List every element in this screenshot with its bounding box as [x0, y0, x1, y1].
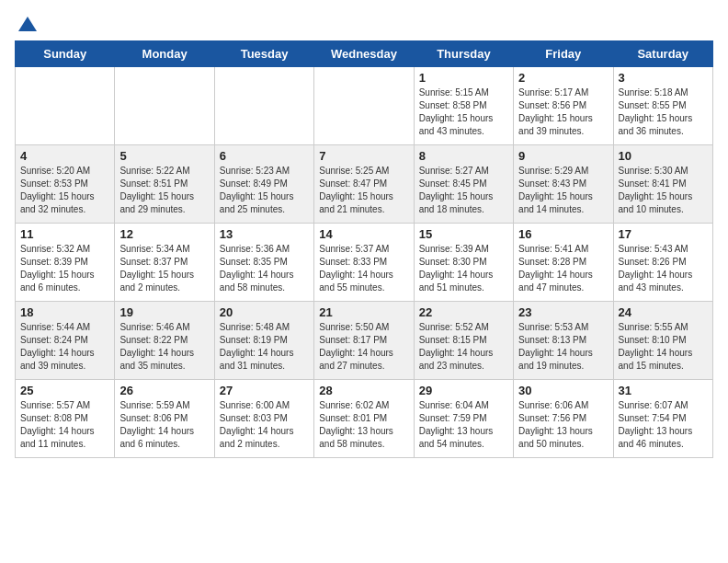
day-info: Sunrise: 5:41 AM Sunset: 8:28 PM Dayligh… [518, 243, 608, 294]
calendar-header-thursday: Thursday [414, 41, 513, 67]
day-info: Sunrise: 5:23 AM Sunset: 8:49 PM Dayligh… [220, 165, 309, 216]
day-info: Sunrise: 5:34 AM Sunset: 8:37 PM Dayligh… [119, 243, 209, 294]
calendar-cell: 9Sunrise: 5:29 AM Sunset: 8:43 PM Daylig… [514, 145, 613, 224]
calendar-cell: 4Sunrise: 5:20 AM Sunset: 8:53 PM Daylig… [16, 145, 115, 224]
day-number: 31 [619, 384, 708, 397]
day-info: Sunrise: 6:04 AM Sunset: 7:59 PM Dayligh… [419, 399, 508, 451]
calendar-cell [115, 67, 214, 145]
day-info: Sunrise: 6:00 AM Sunset: 8:03 PM Dayligh… [220, 399, 309, 451]
logo-icon [17, 15, 39, 37]
calendar-header-wednesday: Wednesday [314, 41, 414, 67]
day-info: Sunrise: 6:06 AM Sunset: 7:56 PM Dayligh… [518, 399, 608, 451]
day-number: 14 [319, 227, 408, 241]
day-number: 21 [319, 305, 408, 319]
calendar-cell: 17Sunrise: 5:43 AM Sunset: 8:26 PM Dayli… [613, 224, 712, 302]
day-info: Sunrise: 6:02 AM Sunset: 8:01 PM Dayligh… [319, 399, 408, 451]
day-info: Sunrise: 5:53 AM Sunset: 8:13 PM Dayligh… [518, 321, 608, 373]
day-number: 18 [20, 305, 109, 319]
day-info: Sunrise: 5:20 AM Sunset: 8:53 PM Dayligh… [20, 165, 109, 216]
calendar-cell: 24Sunrise: 5:55 AM Sunset: 8:10 PM Dayli… [613, 302, 712, 380]
calendar-cell: 14Sunrise: 5:37 AM Sunset: 8:33 PM Dayli… [314, 224, 414, 302]
day-info: Sunrise: 5:43 AM Sunset: 8:26 PM Dayligh… [619, 243, 708, 294]
calendar-header-friday: Friday [514, 41, 613, 67]
day-info: Sunrise: 5:18 AM Sunset: 8:55 PM Dayligh… [619, 86, 708, 138]
calendar-week-row: 11Sunrise: 5:32 AM Sunset: 8:39 PM Dayli… [16, 224, 713, 302]
calendar-week-row: 1Sunrise: 5:15 AM Sunset: 8:58 PM Daylig… [16, 67, 713, 145]
day-number: 9 [518, 149, 608, 163]
calendar-cell: 10Sunrise: 5:30 AM Sunset: 8:41 PM Dayli… [613, 145, 712, 224]
calendar-cell: 30Sunrise: 6:06 AM Sunset: 7:56 PM Dayli… [514, 380, 613, 458]
day-number: 16 [518, 227, 608, 241]
calendar-cell: 27Sunrise: 6:00 AM Sunset: 8:03 PM Dayli… [214, 380, 313, 458]
day-info: Sunrise: 5:32 AM Sunset: 8:39 PM Dayligh… [20, 243, 109, 294]
day-info: Sunrise: 5:22 AM Sunset: 8:51 PM Dayligh… [119, 165, 209, 216]
day-number: 28 [319, 384, 408, 397]
day-number: 27 [220, 384, 309, 397]
calendar-cell: 12Sunrise: 5:34 AM Sunset: 8:37 PM Dayli… [115, 224, 214, 302]
day-info: Sunrise: 5:57 AM Sunset: 8:08 PM Dayligh… [20, 399, 109, 451]
calendar-week-row: 4Sunrise: 5:20 AM Sunset: 8:53 PM Daylig… [16, 145, 713, 224]
day-info: Sunrise: 5:59 AM Sunset: 8:06 PM Dayligh… [119, 399, 209, 451]
day-info: Sunrise: 5:52 AM Sunset: 8:15 PM Dayligh… [419, 321, 508, 373]
day-number: 6 [220, 149, 309, 163]
day-number: 11 [20, 227, 109, 241]
calendar-cell: 8Sunrise: 5:27 AM Sunset: 8:45 PM Daylig… [414, 145, 513, 224]
day-number: 10 [619, 149, 708, 163]
day-info: Sunrise: 5:37 AM Sunset: 8:33 PM Dayligh… [319, 243, 408, 294]
day-number: 29 [419, 384, 508, 397]
calendar-cell: 20Sunrise: 5:48 AM Sunset: 8:19 PM Dayli… [214, 302, 313, 380]
day-number: 8 [419, 149, 508, 163]
calendar-cell: 25Sunrise: 5:57 AM Sunset: 8:08 PM Dayli… [16, 380, 115, 458]
day-info: Sunrise: 5:36 AM Sunset: 8:35 PM Dayligh… [220, 243, 309, 294]
day-number: 30 [518, 384, 608, 397]
calendar-table: SundayMondayTuesdayWednesdayThursdayFrid… [15, 40, 713, 458]
calendar-cell: 21Sunrise: 5:50 AM Sunset: 8:17 PM Dayli… [314, 302, 414, 380]
day-number: 25 [20, 384, 109, 397]
calendar-cell: 2Sunrise: 5:17 AM Sunset: 8:56 PM Daylig… [514, 67, 613, 145]
day-info: Sunrise: 5:27 AM Sunset: 8:45 PM Dayligh… [419, 165, 508, 216]
day-info: Sunrise: 5:46 AM Sunset: 8:22 PM Dayligh… [119, 321, 209, 373]
day-info: Sunrise: 5:55 AM Sunset: 8:10 PM Dayligh… [619, 321, 708, 373]
calendar-cell: 29Sunrise: 6:04 AM Sunset: 7:59 PM Dayli… [414, 380, 513, 458]
day-number: 1 [419, 71, 508, 85]
day-info: Sunrise: 5:39 AM Sunset: 8:30 PM Dayligh… [419, 243, 508, 294]
page-header [15, 15, 713, 33]
day-info: Sunrise: 5:25 AM Sunset: 8:47 PM Dayligh… [319, 165, 408, 216]
day-number: 15 [419, 227, 508, 241]
calendar-cell: 19Sunrise: 5:46 AM Sunset: 8:22 PM Dayli… [115, 302, 214, 380]
calendar-cell: 15Sunrise: 5:39 AM Sunset: 8:30 PM Dayli… [414, 224, 513, 302]
calendar-cell: 3Sunrise: 5:18 AM Sunset: 8:55 PM Daylig… [613, 67, 712, 145]
calendar-header-tuesday: Tuesday [214, 41, 313, 67]
calendar-cell: 23Sunrise: 5:53 AM Sunset: 8:13 PM Dayli… [514, 302, 613, 380]
calendar-cell: 6Sunrise: 5:23 AM Sunset: 8:49 PM Daylig… [214, 145, 313, 224]
day-number: 19 [119, 305, 209, 319]
logo [15, 15, 39, 33]
calendar-cell: 1Sunrise: 5:15 AM Sunset: 8:58 PM Daylig… [414, 67, 513, 145]
calendar-cell [16, 67, 115, 145]
day-number: 17 [619, 227, 708, 241]
day-number: 22 [419, 305, 508, 319]
calendar-cell: 22Sunrise: 5:52 AM Sunset: 8:15 PM Dayli… [414, 302, 513, 380]
calendar-cell: 11Sunrise: 5:32 AM Sunset: 8:39 PM Dayli… [16, 224, 115, 302]
calendar-cell: 31Sunrise: 6:07 AM Sunset: 7:54 PM Dayli… [613, 380, 712, 458]
day-number: 23 [518, 305, 608, 319]
calendar-cell: 26Sunrise: 5:59 AM Sunset: 8:06 PM Dayli… [115, 380, 214, 458]
calendar-cell: 16Sunrise: 5:41 AM Sunset: 8:28 PM Dayli… [514, 224, 613, 302]
calendar-cell: 18Sunrise: 5:44 AM Sunset: 8:24 PM Dayli… [16, 302, 115, 380]
svg-marker-0 [18, 17, 37, 31]
day-number: 7 [319, 149, 408, 163]
calendar-week-row: 25Sunrise: 5:57 AM Sunset: 8:08 PM Dayli… [16, 380, 713, 458]
day-number: 13 [220, 227, 309, 241]
calendar-header-row: SundayMondayTuesdayWednesdayThursdayFrid… [16, 41, 713, 67]
day-info: Sunrise: 5:29 AM Sunset: 8:43 PM Dayligh… [518, 165, 608, 216]
calendar-header-sunday: Sunday [16, 41, 115, 67]
day-number: 24 [619, 305, 708, 319]
day-info: Sunrise: 6:07 AM Sunset: 7:54 PM Dayligh… [619, 399, 708, 451]
calendar-cell [314, 67, 414, 145]
day-number: 4 [20, 149, 109, 163]
calendar-cell [214, 67, 313, 145]
calendar-cell: 13Sunrise: 5:36 AM Sunset: 8:35 PM Dayli… [214, 224, 313, 302]
day-number: 26 [119, 384, 209, 397]
calendar-cell: 28Sunrise: 6:02 AM Sunset: 8:01 PM Dayli… [314, 380, 414, 458]
day-number: 2 [518, 71, 608, 85]
